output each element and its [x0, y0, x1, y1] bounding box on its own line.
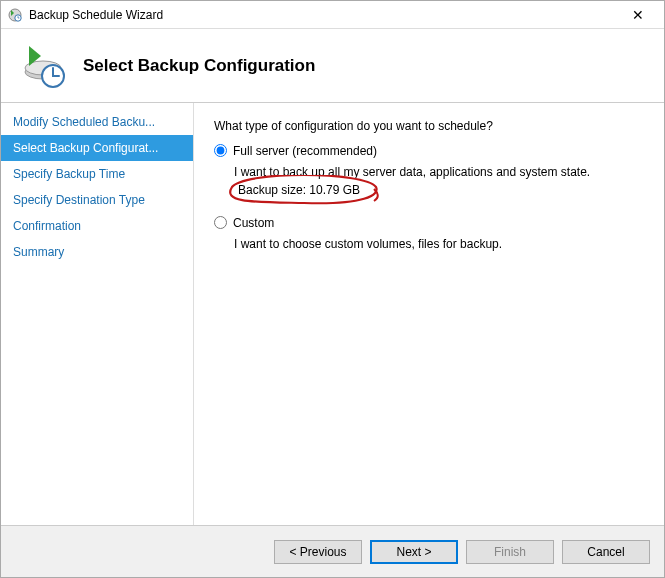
option-full-server[interactable]: Full server (recommended) [214, 143, 644, 159]
backup-schedule-icon [19, 42, 67, 90]
config-question: What type of configuration do you want t… [214, 119, 644, 133]
titlebar: Backup Schedule Wizard ✕ [1, 1, 664, 29]
label-custom: Custom [233, 215, 274, 231]
wizard-header: Select Backup Configuration [1, 29, 664, 103]
sidebar-step-destination[interactable]: Specify Destination Type [1, 187, 193, 213]
finish-button[interactable]: Finish [466, 540, 554, 564]
backup-size-line: Backup size: 10.79 GB [234, 183, 364, 197]
sidebar-step-confirmation[interactable]: Confirmation [1, 213, 193, 239]
radio-custom[interactable] [214, 216, 227, 229]
radio-full-server[interactable] [214, 144, 227, 157]
option-custom[interactable]: Custom [214, 215, 644, 231]
sidebar-step-summary[interactable]: Summary [1, 239, 193, 265]
wizard-sidebar: Modify Scheduled Backu... Select Backup … [1, 103, 194, 525]
wizard-body: Modify Scheduled Backu... Select Backup … [1, 103, 664, 525]
page-title: Select Backup Configuration [83, 56, 315, 76]
label-full-server: Full server (recommended) [233, 143, 377, 159]
wizard-content: What type of configuration do you want t… [194, 103, 664, 525]
close-button[interactable]: ✕ [618, 7, 658, 23]
previous-button[interactable]: < Previous [274, 540, 362, 564]
wizard-footer: < Previous Next > Finish Cancel [1, 525, 664, 577]
cancel-button[interactable]: Cancel [562, 540, 650, 564]
wizard-window: Backup Schedule Wizard ✕ Select Backup C… [0, 0, 665, 578]
sidebar-step-select-config[interactable]: Select Backup Configurat... [1, 135, 193, 161]
wizard-title-icon [7, 7, 23, 23]
sidebar-step-time[interactable]: Specify Backup Time [1, 161, 193, 187]
next-button[interactable]: Next > [370, 540, 458, 564]
desc-custom: I want to choose custom volumes, files f… [234, 235, 644, 253]
sidebar-step-modify[interactable]: Modify Scheduled Backu... [1, 109, 193, 135]
window-title: Backup Schedule Wizard [29, 8, 618, 22]
desc-full-server: I want to back up all my server data, ap… [234, 163, 644, 181]
